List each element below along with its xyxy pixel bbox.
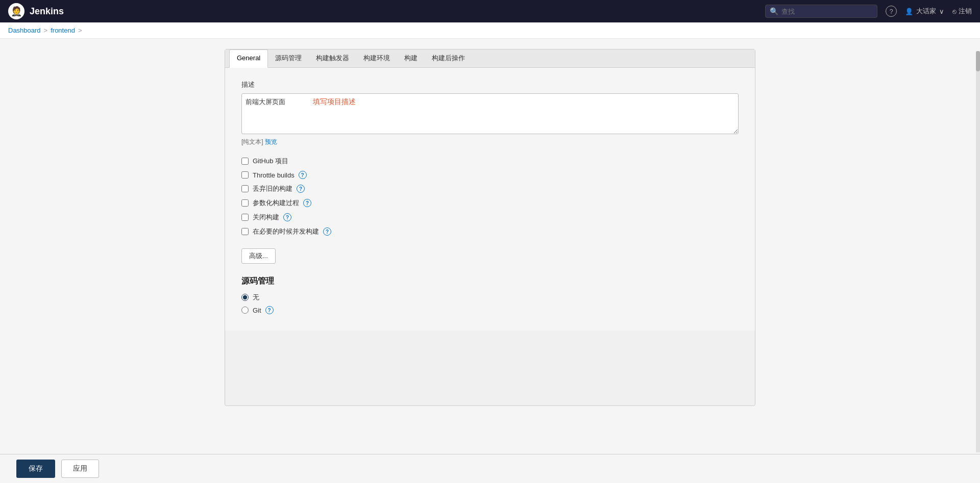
logout-area[interactable]: ⎋ 注销 [952,7,972,16]
checkbox-row-disable: 关闭构建 ? [241,213,739,222]
radio-row-none: 无 [241,293,739,302]
throttle-help-icon[interactable]: ? [299,171,307,179]
jenkins-logo: 🤵 [8,3,24,19]
topnav-right: 🔍 ? 👤 大话家 ∨ ⎋ 注销 [765,5,972,18]
tab-general[interactable]: General [229,49,268,68]
tab-post[interactable]: 构建后操作 [425,49,472,68]
tab-triggers[interactable]: 构建触发器 [309,49,356,68]
tab-source[interactable]: 源码管理 [268,49,309,68]
desc-label: 描述 [241,80,739,89]
radio-none-label: 无 [253,293,259,302]
jenkins-title: Jenkins [30,6,64,17]
logout-icon: ⎋ [952,8,957,15]
search-bar[interactable]: 🔍 [765,5,877,18]
breadcrumb-dashboard[interactable]: Dashboard [8,27,41,34]
disable-help-icon[interactable]: ? [283,213,291,221]
radio-none[interactable] [241,294,249,301]
discard-help-icon[interactable]: ? [297,185,305,193]
checkbox-disable-label: 关闭构建 [253,213,279,222]
user-icon: 👤 [905,8,913,15]
radio-git[interactable] [241,307,249,314]
checkbox-row-github: GitHub 项目 [241,157,739,166]
desc-textarea[interactable] [241,93,739,134]
desc-container: 前端大屏页面 填写项目描述 [241,93,739,136]
param-help-icon[interactable]: ? [303,199,311,207]
user-area[interactable]: 👤 大话家 ∨ [905,7,944,16]
checkbox-github-label: GitHub 项目 [253,157,288,166]
scroll-indicator [976,51,980,452]
breadcrumb-frontend[interactable]: frontend [51,27,75,34]
breadcrumb: Dashboard > frontend > [0,22,980,39]
topnav-help-icon[interactable]: ? [886,6,897,17]
bottom-bar: 保存 应用 [0,454,980,483]
radio-git-label: Git [253,307,261,314]
breadcrumb-sep-1: > [44,27,48,34]
git-help-icon[interactable]: ? [265,306,274,314]
checkbox-throttle[interactable] [241,171,249,179]
checkbox-concurrent-label: 在必要的时候并发构建 [253,227,319,236]
config-panel: General 源码管理 构建触发器 构建环境 构建 构建后操作 描述 前端大屏… [225,49,755,406]
advanced-button[interactable]: 高级... [241,248,276,264]
checkbox-row-concurrent: 在必要的时候并发构建 ? [241,227,739,236]
checkbox-row-discard: 丢弃旧的构建 ? [241,184,739,193]
scroll-thumb[interactable] [976,51,980,71]
checkbox-param[interactable] [241,199,249,207]
concurrent-help-icon[interactable]: ? [323,227,331,236]
search-input[interactable] [781,8,868,15]
breadcrumb-sep-2: > [78,27,82,34]
apply-button[interactable]: 应用 [61,460,99,478]
save-button[interactable]: 保存 [16,460,55,478]
checkbox-param-label: 参数化构建过程 [253,198,299,208]
desc-hint: [纯文本] 预览 [241,138,739,146]
checkbox-discard-label: 丢弃旧的构建 [253,184,292,193]
checkboxes-section: GitHub 项目 Throttle builds ? 丢弃旧的构建 ? [241,157,739,236]
checkbox-row-throttle: Throttle builds ? [241,171,739,179]
tabs: General 源码管理 构建触发器 构建环境 构建 构建后操作 [225,49,755,68]
topnav-left: 🤵 Jenkins [8,3,64,19]
topnav: 🤵 Jenkins 🔍 ? 👤 大话家 ∨ ⎋ 注销 [0,0,980,22]
main-content: General 源码管理 构建触发器 构建环境 构建 构建后操作 描述 前端大屏… [0,39,980,416]
user-label: 大话家 [916,7,936,16]
form-body: 描述 前端大屏页面 填写项目描述 [纯文本] 预览 GitHub 项目 [225,68,755,331]
logout-label: 注销 [959,7,972,16]
source-section-title: 源码管理 [241,276,739,287]
user-caret-icon: ∨ [939,8,944,15]
checkbox-disable[interactable] [241,214,249,221]
desc-hint-preview[interactable]: 预览 [265,138,277,145]
tab-build[interactable]: 构建 [397,49,425,68]
checkbox-github[interactable] [241,158,249,165]
checkbox-discard[interactable] [241,185,249,192]
source-radios: 无 Git ? [241,293,739,314]
desc-hint-plain: [纯文本] [241,138,263,145]
checkbox-row-param: 参数化构建过程 ? [241,198,739,208]
search-icon: 🔍 [770,7,778,15]
tab-env[interactable]: 构建环境 [356,49,397,68]
checkbox-throttle-label: Throttle builds [253,171,295,179]
checkbox-concurrent[interactable] [241,228,249,235]
radio-row-git: Git ? [241,306,739,314]
